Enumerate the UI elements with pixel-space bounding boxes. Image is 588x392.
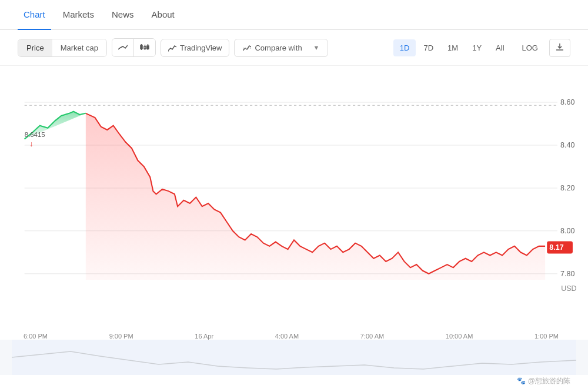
y-label-840: 8.40 — [560, 141, 574, 149]
chart-toolbar: Price Market cap — [0, 30, 588, 66]
time-all-button[interactable]: All — [489, 39, 510, 56]
compare-label: Compare with — [255, 43, 302, 52]
mini-chart-navigator[interactable] — [0, 340, 588, 375]
chart-area: 8.60 8.40 8.20 8.00 7.80 8.6415 ↓ 8.17 U… — [0, 66, 588, 375]
nav-tabs: Chart Markets News About — [0, 0, 588, 30]
x-label-0: 6:00 PM — [24, 333, 48, 340]
price-type-group: Price Market cap — [18, 39, 107, 57]
svg-rect-6 — [147, 46, 149, 49]
watermark: 🐾 @想旅游的陈 — [517, 376, 570, 386]
x-label-2: 16 Apr — [195, 333, 213, 340]
y-label-860: 8.60 — [560, 98, 574, 106]
compare-with-button[interactable]: Compare with ▼ — [234, 39, 328, 57]
x-label-1: 9:00 PM — [109, 333, 133, 340]
x-label-4: 7:00 AM — [360, 333, 384, 340]
price-chart-svg: 8.60 8.40 8.20 8.00 7.80 8.6415 ↓ 8.17 U… — [0, 72, 588, 329]
svg-rect-22 — [12, 340, 576, 375]
y-label-820: 8.20 — [560, 184, 574, 192]
tab-markets[interactable]: Markets — [57, 0, 100, 30]
mini-chart-svg — [0, 340, 588, 375]
time-period-group: 1D 7D 1M 1Y All — [393, 39, 511, 56]
chart-svg-container: 8.60 8.40 8.20 8.00 7.80 8.6415 ↓ 8.17 U… — [0, 72, 588, 329]
trading-view-label: TradingView — [180, 43, 222, 52]
tab-chart[interactable]: Chart — [18, 0, 51, 30]
time-7d-button[interactable]: 7D — [417, 39, 440, 56]
usd-currency-label: USD — [561, 284, 576, 293]
y-label-780: 7.80 — [560, 270, 574, 278]
download-button[interactable] — [549, 39, 570, 57]
line-chart-icon[interactable] — [112, 39, 133, 56]
time-1y-button[interactable]: 1Y — [466, 39, 488, 56]
market-cap-button[interactable]: Market cap — [52, 39, 106, 56]
y-label-800: 8.00 — [560, 227, 574, 235]
svg-rect-0 — [141, 45, 142, 49]
current-price-text: 8.17 — [549, 243, 563, 252]
start-price-label: 8.6415 — [25, 131, 45, 138]
candle-chart-icon[interactable] — [133, 39, 155, 56]
x-label-6: 1:00 PM — [534, 333, 559, 340]
down-arrow-indicator: ↓ — [29, 140, 33, 148]
trading-view-button[interactable]: TradingView — [161, 39, 230, 57]
log-button[interactable]: LOG — [516, 39, 544, 56]
chevron-down-icon: ▼ — [313, 44, 320, 51]
tab-about[interactable]: About — [146, 0, 181, 30]
x-axis-labels: 6:00 PM 9:00 PM 16 Apr 4:00 AM 7:00 AM 1… — [0, 329, 588, 340]
app-container: Chart Markets News About Price Market ca… — [0, 0, 588, 375]
svg-rect-3 — [144, 46, 146, 49]
x-label-3: 4:00 AM — [275, 333, 299, 340]
price-button[interactable]: Price — [18, 39, 52, 56]
tab-news[interactable]: News — [106, 0, 140, 30]
svg-marker-20 — [86, 113, 545, 280]
time-1d-button[interactable]: 1D — [393, 39, 416, 56]
chart-type-group — [112, 38, 156, 57]
x-label-5: 10:00 AM — [446, 333, 473, 340]
time-1m-button[interactable]: 1M — [441, 39, 465, 56]
